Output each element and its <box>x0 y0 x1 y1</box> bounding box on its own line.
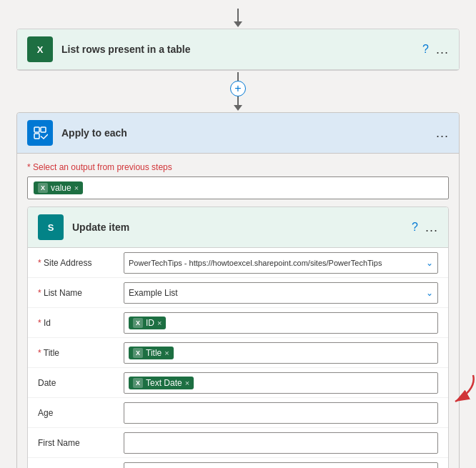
list-rows-title: List rows present in a table <box>61 44 422 55</box>
value-token-close[interactable]: × <box>74 184 79 192</box>
token-excel-icon: X <box>38 183 48 193</box>
title-row: Title X Title × <box>28 338 448 368</box>
title-token: X Title × <box>129 347 174 359</box>
list-rows-header: X List rows present in a table ? ... <box>17 29 459 70</box>
last-name-input[interactable] <box>124 462 438 469</box>
first-name-input[interactable] <box>124 432 438 454</box>
id-label: Id <box>38 318 124 328</box>
list-name-input[interactable]: Example List ⌄ <box>124 282 438 304</box>
list-name-row: List Name Example List ⌄ <box>28 278 448 308</box>
last-name-row: Last Name <box>28 458 448 468</box>
apply-icon <box>27 120 53 146</box>
date-label: Date <box>38 378 124 388</box>
list-name-label: List Name <box>38 288 124 298</box>
list-rows-more-button[interactable]: ... <box>436 42 449 57</box>
first-name-row: First Name <box>28 428 448 458</box>
apply-field-label: * Select an output from previous steps <box>27 162 449 172</box>
site-address-caret: ⌄ <box>426 258 433 268</box>
svg-rect-2 <box>34 134 39 139</box>
first-name-label: First Name <box>38 438 124 448</box>
update-item-card: S Update item ? ... Site Address PowerTe… <box>27 206 449 468</box>
age-input[interactable] <box>124 402 438 424</box>
list-name-caret: ⌄ <box>426 288 433 298</box>
id-row: Id X ID × <box>28 308 448 338</box>
list-name-value: Example List <box>129 288 178 298</box>
id-token-label: ID <box>146 318 154 328</box>
date-token-close[interactable]: × <box>185 379 189 387</box>
apply-to-each-card: Apply to each ... * Select an output fro… <box>16 112 460 468</box>
update-help-button[interactable]: ? <box>412 221 418 234</box>
apply-to-each-title: Apply to each <box>61 127 436 139</box>
date-token-icon: X <box>133 378 143 388</box>
add-step-button[interactable]: + <box>230 81 246 96</box>
site-address-row: Site Address PowerTechTips - https://how… <box>28 248 448 278</box>
age-row: Age <box>28 398 448 428</box>
title-label: Title <box>38 348 124 358</box>
title-token-icon: X <box>133 348 143 358</box>
title-input[interactable]: X Title × <box>124 342 438 364</box>
age-label: Age <box>38 408 124 418</box>
update-more-button[interactable]: ... <box>425 220 438 235</box>
id-token: X ID × <box>129 317 166 329</box>
update-item-body: Site Address PowerTechTips - https://how… <box>28 248 448 468</box>
site-address-input[interactable]: PowerTechTips - https://howtoexcel.share… <box>124 252 438 274</box>
top-connector <box>234 9 242 27</box>
svg-rect-0 <box>34 127 39 132</box>
value-token: X value × <box>34 181 83 194</box>
apply-value-input[interactable]: X value × <box>27 176 449 199</box>
list-rows-card: X List rows present in a table ? ... <box>16 29 460 71</box>
date-input[interactable]: X Text Date × <box>124 372 438 394</box>
apply-more-button[interactable]: ... <box>436 126 449 141</box>
apply-body: * Select an output from previous steps X… <box>17 154 459 468</box>
date-token: X Text Date × <box>129 377 194 389</box>
id-input[interactable]: X ID × <box>124 312 438 334</box>
update-item-title: Update item <box>72 221 412 233</box>
svg-rect-1 <box>41 127 46 132</box>
id-token-close[interactable]: × <box>157 319 162 327</box>
apply-to-each-header: Apply to each ... <box>17 113 459 154</box>
excel-step-icon: X <box>27 36 53 62</box>
date-token-label: Text Date <box>146 378 182 388</box>
site-address-value: PowerTechTips - https://howtoexcel.share… <box>129 259 382 267</box>
title-token-label: Title <box>146 348 162 358</box>
site-address-label: Site Address <box>38 258 124 268</box>
value-token-label: value <box>51 183 71 193</box>
update-item-header: S Update item ? ... <box>28 207 448 248</box>
date-row: Date X Text Date × <box>28 368 448 398</box>
plus-connector: + <box>230 72 246 111</box>
sharepoint-step-icon: S <box>38 214 64 240</box>
title-token-close[interactable]: × <box>164 349 169 357</box>
list-rows-help-button[interactable]: ? <box>422 43 429 56</box>
id-token-icon: X <box>133 318 143 328</box>
